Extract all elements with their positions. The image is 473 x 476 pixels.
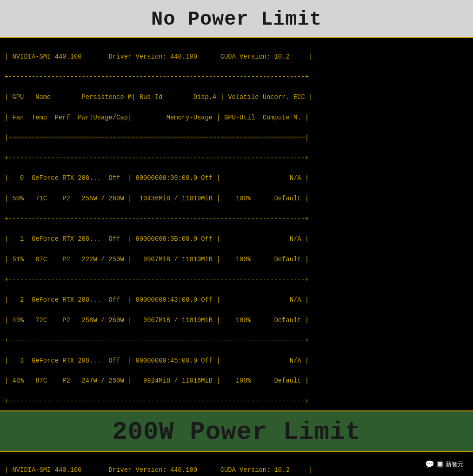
t1-divider2: |=======================================…: [5, 134, 309, 141]
t1-colhdr1: | GPU Name Persistence-M| Bus-Id Disp.A …: [5, 94, 313, 101]
t1-gpu0-divider: +---------------------------------------…: [5, 155, 309, 162]
t1-gpu1-divider: +---------------------------------------…: [5, 216, 309, 223]
terminal-block-2: | NVIDIA-SMI 440.100 Driver Version: 440…: [0, 451, 473, 476]
t1-divider1: +---------------------------------------…: [5, 73, 309, 80]
watermark: 💬 🔲 新智元: [421, 458, 467, 470]
watermark-text: 🔲 新智元: [436, 460, 464, 469]
t2-header: | NVIDIA-SMI 440.100 Driver Version: 440…: [5, 467, 313, 474]
terminal-block-1: | NVIDIA-SMI 440.100 Driver Version: 440…: [0, 37, 473, 411]
t1-header: | NVIDIA-SMI 440.100 Driver Version: 440…: [5, 53, 313, 60]
t1-gpu3-divider: +---------------------------------------…: [5, 337, 309, 344]
section2-title-bar: 200W Power Limit: [0, 411, 473, 451]
section1-title-bar: No Power Limit: [0, 0, 473, 37]
watermark-icon: 💬: [425, 460, 434, 469]
section1-title: No Power Limit: [151, 8, 322, 31]
t1-end-divider: +---------------------------------------…: [5, 398, 309, 405]
t1-gpu0-l2: | 50% 71C P2 255W / 260W | 10436MiB / 11…: [5, 195, 309, 202]
t1-gpu2-divider: +---------------------------------------…: [5, 276, 309, 283]
t1-gpu0-l1: | 0 GeForce RTX 208... Off | 00000000:09…: [5, 175, 309, 182]
t1-gpu1-l2: | 51% 87C P2 222W / 250W | 9907MiB / 110…: [5, 256, 309, 263]
t1-colhdr2: | Fan Temp Perf Pwr:Usage/Cap| Memory-Us…: [5, 114, 309, 121]
t1-gpu2-l1: | 2 GeForce RTX 208... Off | 00000000:43…: [5, 297, 309, 304]
t1-gpu1-l1: | 1 GeForce RTX 208... Off | 00000000:0B…: [5, 236, 309, 243]
t1-gpu3-l2: | 48% 87C P2 247W / 250W | 9924MiB / 110…: [5, 377, 309, 384]
t1-gpu3-l1: | 3 GeForce RTX 208... Off | 00000000:45…: [5, 357, 309, 364]
section2-title: 200W Power Limit: [112, 418, 360, 446]
t1-gpu2-l2: | 49% 72C P2 258W / 260W | 9907MiB / 110…: [5, 317, 309, 324]
